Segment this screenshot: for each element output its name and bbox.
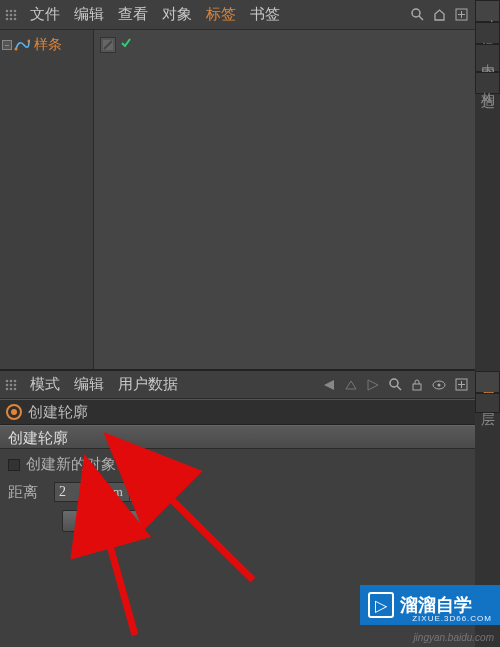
svg-point-27 — [390, 379, 398, 387]
svg-point-31 — [438, 383, 441, 386]
svg-point-9 — [412, 9, 420, 17]
credit-text: jingyan.baidu.com — [413, 632, 494, 643]
eye-icon[interactable] — [429, 375, 449, 395]
object-tree[interactable]: – 样条 — [0, 30, 94, 369]
attr-menu-userdata[interactable]: 用户数据 — [112, 371, 184, 398]
side-tab-layers[interactable]: 层 — [475, 393, 500, 413]
row-distance: 距离 cm ▲ ▼ — [8, 482, 467, 502]
watermark-domain: ZIXUE.3D66.COM — [412, 614, 492, 623]
distance-input[interactable]: cm ▲ ▼ — [54, 482, 146, 502]
tag-row — [94, 34, 475, 56]
side-tab-content-browser[interactable]: 内容浏览器 — [475, 44, 500, 72]
svg-rect-29 — [413, 384, 421, 390]
attributes-menubar: 模式 编辑 用户数据 — [0, 371, 475, 399]
svg-point-8 — [14, 17, 17, 20]
label-create-new: 创建新的对象 — [26, 455, 116, 474]
menu-object[interactable]: 对象 — [156, 1, 198, 28]
search-icon[interactable] — [407, 5, 427, 25]
watermark: ▷ 溜溜自学 ZIXUE.3D66.COM — [360, 585, 500, 625]
svg-point-2 — [14, 9, 17, 12]
apply-button[interactable]: 应用 — [62, 510, 142, 532]
svg-point-1 — [10, 9, 13, 12]
menu-view[interactable]: 查看 — [112, 1, 154, 28]
svg-point-0 — [6, 9, 9, 12]
tool-active-icon — [6, 404, 22, 420]
tree-expander-icon[interactable]: – — [2, 40, 12, 50]
label-distance: 距离 — [8, 483, 48, 502]
lock-icon[interactable] — [407, 375, 427, 395]
side-tab-takes[interactable]: 场次 — [475, 22, 500, 44]
panel-grip-icon[interactable] — [4, 8, 18, 22]
attr-menu-edit[interactable]: 编辑 — [68, 371, 110, 398]
plus-icon[interactable] — [451, 5, 471, 25]
spinner-up-icon[interactable]: ▲ — [130, 483, 145, 492]
svg-point-22 — [10, 383, 13, 386]
svg-point-7 — [10, 17, 13, 20]
object-manager-menubar: 文件 编辑 查看 对象 标签 书签 — [0, 0, 475, 30]
svg-point-18 — [6, 379, 9, 382]
watermark-logo-icon: ▷ — [368, 592, 394, 618]
svg-point-15 — [28, 40, 31, 43]
svg-point-25 — [10, 387, 13, 390]
object-name-label[interactable]: 样条 — [32, 36, 62, 54]
object-row-spline[interactable]: – 样条 — [0, 34, 93, 56]
side-tab-attributes[interactable]: 属性 — [475, 371, 500, 393]
svg-point-20 — [14, 379, 17, 382]
menu-edit[interactable]: 编辑 — [68, 1, 110, 28]
svg-point-19 — [10, 379, 13, 382]
svg-point-6 — [6, 17, 9, 20]
object-manager-panel: – 样条 — [0, 30, 475, 371]
object-tags-col — [94, 30, 475, 369]
svg-point-4 — [10, 13, 13, 16]
menu-tags[interactable]: 标签 — [200, 1, 242, 28]
visibility-tag-icon[interactable] — [100, 37, 116, 53]
nav-up-icon[interactable] — [341, 375, 361, 395]
attr-title: 创建轮廓 — [28, 403, 88, 422]
plus-icon[interactable] — [451, 375, 471, 395]
side-tab-structure[interactable]: 构造 — [475, 72, 500, 94]
section-body: 创建新的对象 距离 cm ▲ ▼ 应用 — [0, 449, 475, 538]
svg-point-3 — [6, 13, 9, 16]
side-tab-objects[interactable]: 对象 — [475, 0, 500, 22]
search-icon[interactable] — [385, 375, 405, 395]
side-tab-strip-lower: 属性 层 — [475, 371, 500, 451]
attr-header: 创建轮廓 — [0, 399, 475, 425]
panel-grip-icon[interactable] — [4, 378, 18, 392]
spline-icon — [14, 37, 30, 53]
menu-bookmarks[interactable]: 书签 — [244, 1, 286, 28]
attr-menu-mode[interactable]: 模式 — [24, 371, 66, 398]
spinner-down-icon[interactable]: ▼ — [130, 492, 145, 501]
home-icon[interactable] — [429, 5, 449, 25]
svg-point-23 — [14, 383, 17, 386]
nav-back-icon[interactable] — [319, 375, 339, 395]
svg-line-10 — [419, 16, 423, 20]
spinner: ▲ ▼ — [129, 483, 145, 501]
svg-point-24 — [6, 387, 9, 390]
svg-point-21 — [6, 383, 9, 386]
menu-file[interactable]: 文件 — [24, 1, 66, 28]
distance-unit: cm — [107, 484, 129, 500]
row-create-new: 创建新的对象 — [8, 455, 467, 474]
svg-point-26 — [14, 387, 17, 390]
svg-line-28 — [397, 386, 401, 390]
enable-check-icon[interactable] — [120, 37, 132, 53]
row-apply: 应用 — [8, 510, 467, 532]
main-app: 文件 编辑 查看 对象 标签 书签 – 样条 — [0, 0, 475, 647]
side-tab-strip: 对象 场次 内容浏览器 构造 — [475, 0, 500, 647]
distance-value-field[interactable] — [55, 484, 107, 500]
section-header[interactable]: 创建轮廓 — [0, 425, 475, 449]
nav-fwd-icon[interactable] — [363, 375, 383, 395]
svg-point-5 — [14, 13, 17, 16]
svg-point-14 — [15, 48, 18, 51]
checkbox-create-new[interactable] — [8, 459, 20, 471]
